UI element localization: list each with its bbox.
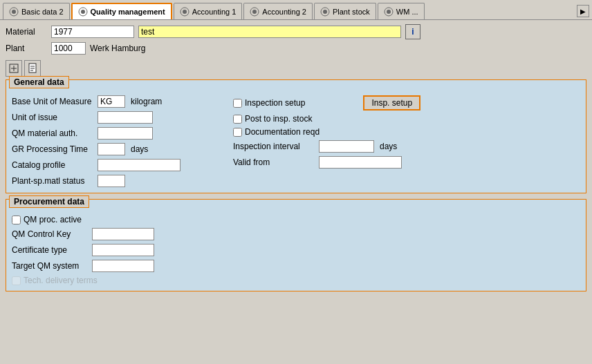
inspection-setup-checkbox-row: Inspection setup — [233, 98, 305, 108]
main-content: Material i Plant Werk Hamburg — [0, 19, 592, 301]
post-to-insp-stock-checkbox[interactable] — [233, 115, 242, 124]
inspection-days-label: days — [380, 142, 397, 151]
material-name-input[interactable] — [138, 26, 401, 38]
material-row: Material i — [6, 24, 420, 39]
plant-matl-status-row: Plant-sp.matl status — [12, 175, 219, 187]
svg-point-9 — [323, 10, 327, 14]
plant-stock-icon — [320, 7, 330, 17]
svg-point-5 — [183, 10, 187, 14]
plant-label: Plant — [6, 44, 47, 53]
qm-material-auth-input[interactable] — [98, 127, 153, 140]
plant-matl-status-label: Plant-sp.matl status — [12, 176, 95, 186]
target-qm-system-label: Target QM system — [12, 261, 88, 271]
inspection-setup-checkbox[interactable] — [233, 99, 242, 108]
base-uom-input[interactable] — [98, 95, 125, 108]
accounting-1-icon — [180, 7, 189, 17]
base-uom-text: kilogram — [131, 97, 162, 106]
qm-material-auth-row: QM material auth. — [12, 127, 219, 140]
valid-from-row: Valid from — [233, 156, 580, 169]
material-label: Material — [6, 27, 47, 37]
svg-point-1 — [12, 10, 16, 14]
target-qm-system-row: Target QM system — [12, 260, 580, 272]
unit-of-issue-input[interactable] — [98, 111, 153, 124]
basic-data-2-icon — [9, 7, 19, 17]
page-icon — [27, 63, 38, 74]
wm-icon — [384, 7, 394, 17]
qm-proc-active-label: QM proc. active — [24, 215, 82, 224]
qm-control-key-label: QM Control Key — [12, 229, 88, 239]
procurement-data-title: Procurement data — [9, 195, 89, 208]
tab-wm-label: WM ... — [396, 8, 418, 16]
qm-control-key-row: QM Control Key — [12, 228, 580, 240]
qm-material-auth-label: QM material auth. — [12, 128, 95, 138]
tab-scroll-right-button[interactable]: ▶ — [577, 5, 589, 17]
inspection-interval-row: Inspection interval days — [233, 140, 580, 153]
documentation-reqd-checkbox[interactable] — [233, 128, 242, 137]
procurement-data-content: QM proc. active QM Control Key Certifica… — [12, 215, 580, 285]
general-data-right-col: Inspection setup Insp. setup Post to ins… — [233, 95, 580, 187]
catalog-profile-row: Catalog profile — [12, 159, 219, 171]
quality-mgmt-icon — [78, 7, 88, 17]
settings-small-icon — [8, 63, 19, 74]
target-qm-system-input[interactable] — [92, 260, 154, 272]
inspection-interval-input[interactable] — [319, 140, 374, 153]
action-button-2[interactable] — [24, 60, 41, 77]
tab-quality-management[interactable]: Quality management — [71, 3, 172, 19]
post-to-insp-stock-row: Post to insp. stock — [233, 114, 580, 124]
unit-of-issue-label: Unit of issue — [12, 113, 95, 122]
tab-plant-stock[interactable]: Plant stock — [314, 3, 376, 19]
post-to-insp-stock-label: Post to insp. stock — [245, 114, 312, 124]
documentation-reqd-row: Documentation reqd — [233, 127, 580, 137]
inspection-interval-label: Inspection interval — [233, 142, 316, 151]
header-buttons — [6, 60, 420, 77]
procurement-data-section: Procurement data QM proc. active QM Cont… — [6, 199, 586, 291]
qm-proc-active-row: QM proc. active — [12, 215, 580, 224]
inspection-setup-row: Inspection setup Insp. setup — [233, 95, 580, 111]
valid-from-input[interactable] — [319, 156, 402, 169]
catalog-profile-input[interactable] — [98, 159, 181, 171]
gr-processing-time-input[interactable] — [98, 143, 125, 155]
tab-accounting-2[interactable]: Accounting 2 — [243, 3, 313, 19]
general-data-section: General data Base Unit of Measure kilogr… — [6, 79, 586, 193]
tab-accounting-1-label: Accounting 1 — [192, 8, 237, 16]
documentation-reqd-label: Documentation reqd — [245, 127, 320, 137]
svg-point-3 — [81, 10, 85, 14]
header-section: Material i Plant Werk Hamburg — [6, 24, 586, 77]
tab-accounting-1[interactable]: Accounting 1 — [174, 3, 243, 19]
tech-delivery-terms-row: Tech. delivery terms — [12, 276, 580, 285]
qm-control-key-input[interactable] — [92, 228, 154, 240]
tab-basic-data-2-label: Basic data 2 — [21, 8, 64, 16]
material-plant-fields: Material i Plant Werk Hamburg — [6, 24, 420, 77]
gr-days-label: days — [131, 144, 148, 154]
tab-quality-management-label: Quality management — [91, 8, 165, 16]
material-id-input[interactable] — [51, 26, 134, 38]
procurement-grid: QM proc. active QM Control Key Certifica… — [12, 215, 580, 285]
svg-point-11 — [387, 10, 391, 14]
base-uom-label: Base Unit of Measure — [12, 97, 95, 106]
certificate-type-row: Certificate type — [12, 244, 580, 256]
inspection-setup-label: Inspection setup — [245, 98, 305, 108]
action-button-1[interactable] — [6, 60, 22, 77]
qm-proc-active-checkbox[interactable] — [12, 215, 21, 224]
tech-delivery-terms-checkbox — [12, 276, 21, 285]
tab-bar: Basic data 2 Quality management Accounti… — [0, 0, 592, 19]
gr-processing-time-row: GR Processing Time days — [12, 143, 219, 155]
insp-setup-button[interactable]: Insp. setup — [363, 95, 420, 111]
general-data-content: Base Unit of Measure kilogram Unit of is… — [12, 95, 580, 187]
unit-of-issue-row: Unit of issue — [12, 111, 219, 124]
certificate-type-input[interactable] — [92, 244, 154, 256]
tab-wm[interactable]: WM ... — [378, 3, 425, 19]
tab-plant-stock-label: Plant stock — [333, 8, 370, 16]
catalog-profile-label: Catalog profile — [12, 160, 95, 170]
plant-id-input[interactable] — [51, 42, 86, 55]
plant-row: Plant Werk Hamburg — [6, 42, 420, 55]
certificate-type-label: Certificate type — [12, 245, 88, 255]
general-data-title: General data — [9, 76, 69, 88]
tech-delivery-terms-label: Tech. delivery terms — [24, 276, 98, 285]
tab-accounting-2-label: Accounting 2 — [262, 8, 306, 16]
info-button[interactable]: i — [405, 24, 420, 39]
tab-basic-data-2[interactable]: Basic data 2 — [3, 3, 70, 19]
plant-matl-status-input[interactable] — [98, 175, 125, 187]
base-uom-row: Base Unit of Measure kilogram — [12, 95, 219, 108]
general-data-columns: Base Unit of Measure kilogram Unit of is… — [12, 95, 580, 187]
